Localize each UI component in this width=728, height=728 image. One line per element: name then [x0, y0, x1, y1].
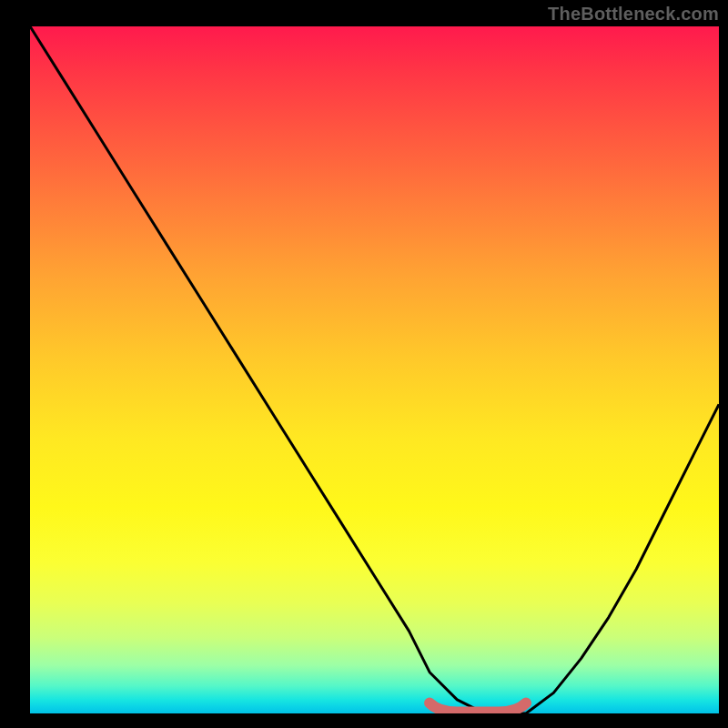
watermark-text: TheBottleneck.com [548, 4, 719, 25]
plot-background [30, 26, 719, 713]
chart-container: TheBottleneck.com [0, 0, 728, 728]
